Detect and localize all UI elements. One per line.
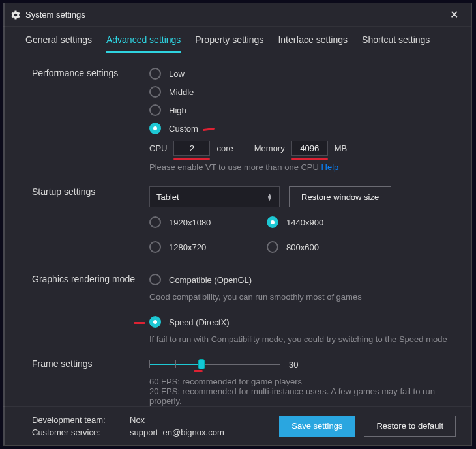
performance-heading: Performance settings	[32, 68, 149, 172]
tab-general[interactable]: General settings	[25, 31, 92, 53]
dev-team-label: Development team:	[32, 415, 130, 425]
save-settings-button[interactable]: Save settings	[279, 416, 355, 437]
radio-low-label: Low	[169, 69, 185, 79]
radio-custom-label: Custom	[169, 124, 198, 134]
tab-interface[interactable]: Interface settings	[278, 31, 348, 53]
tab-shortcut[interactable]: Shortcut settings	[362, 31, 430, 53]
close-button[interactable]: ✕	[445, 6, 464, 23]
radio-middle-label: Middle	[169, 87, 194, 97]
radio-high-label: High	[169, 106, 186, 115]
radio-custom[interactable]: Custom	[149, 123, 453, 134]
footer: Development team:Nox Customer service:su…	[3, 406, 471, 445]
help-link[interactable]: Help	[321, 162, 339, 172]
radio-1280x720-label: 1280x720	[169, 242, 206, 252]
dev-team-value: Nox	[130, 415, 145, 425]
window-title: System settings	[25, 10, 85, 20]
startup-select-value: Tablet	[156, 192, 179, 202]
gear-icon	[11, 10, 20, 20]
directx-note: If fail to run with Compatibility mode, …	[149, 334, 453, 344]
radio-800x600-label: 800x600	[286, 242, 319, 252]
radio-low[interactable]: Low	[149, 68, 453, 80]
radio-directx[interactable]: Speed (DirectX)	[149, 316, 453, 328]
restore-window-size-button[interactable]: Restore window size	[289, 186, 391, 207]
radio-opengl-label: Compatible (OpenGL)	[169, 275, 252, 285]
core-label: core	[216, 143, 233, 153]
opengl-note: Good compatibility, you can run smoothly…	[149, 292, 453, 302]
radio-1440x900-label: 1440x900	[286, 218, 323, 227]
slider-thumb[interactable]	[198, 359, 205, 369]
memory-input[interactable]	[291, 141, 328, 156]
annotation-mark	[134, 322, 145, 324]
customer-service-value: support_en@bignox.com	[130, 427, 224, 437]
radio-1920x1080-label: 1920x1080	[169, 218, 211, 227]
cpu-input[interactable]	[173, 141, 210, 156]
startup-heading: Startup settings	[32, 186, 149, 259]
tabs: General settings Advanced settings Prope…	[3, 27, 471, 53]
radio-1280x720[interactable]: 1280x720	[149, 241, 247, 253]
startup-select[interactable]: Tablet ▲▼	[149, 186, 280, 207]
radio-1920x1080[interactable]: 1920x1080	[149, 216, 247, 228]
radio-opengl[interactable]: Compatible (OpenGL)	[149, 274, 453, 285]
annotation-mark	[203, 128, 215, 131]
radio-1440x900[interactable]: 1440x900	[267, 216, 364, 228]
memory-label: Memory	[254, 143, 285, 153]
cpu-label: CPU	[149, 143, 167, 153]
vt-hint: Please enable VT to use more than one CP…	[149, 162, 319, 172]
tab-property[interactable]: Property settings	[195, 31, 263, 53]
frame-heading: Frame settings	[32, 358, 149, 406]
radio-directx-label: Speed (DirectX)	[169, 317, 229, 327]
tab-advanced[interactable]: Advanced settings	[106, 31, 181, 53]
content: Performance settings Low Middle High Cus…	[3, 53, 471, 406]
fps-value: 30	[289, 360, 298, 369]
annotation-mark	[194, 370, 203, 372]
fps-note: 60 FPS: recommended for game players 20 …	[149, 377, 453, 406]
titlebar: System settings ✕	[3, 3, 471, 27]
customer-service-label: Customer service:	[32, 427, 130, 437]
radio-800x600[interactable]: 800x600	[267, 241, 364, 253]
mb-label: MB	[335, 143, 348, 153]
radio-high[interactable]: High	[149, 104, 453, 116]
restore-default-button[interactable]: Restore to default	[364, 416, 456, 437]
graphics-heading: Graphics rendering mode	[32, 274, 149, 344]
radio-middle[interactable]: Middle	[149, 86, 453, 98]
fps-slider[interactable]	[149, 358, 280, 370]
chevron-updown-icon: ▲▼	[267, 193, 273, 201]
